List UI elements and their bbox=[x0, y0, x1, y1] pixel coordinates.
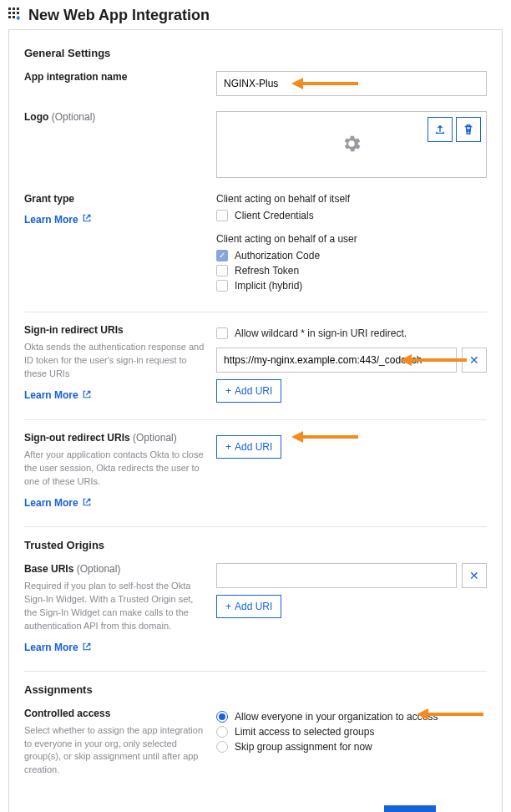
checkbox-icon bbox=[216, 280, 228, 292]
label-signin-uris: Sign-in redirect URIs bbox=[24, 324, 124, 336]
access-everyone[interactable]: Allow everyone in your organization to a… bbox=[216, 711, 487, 723]
helper-base-uris: Required if you plan to self-host the Ok… bbox=[24, 580, 206, 633]
delete-logo-button[interactable] bbox=[456, 117, 481, 142]
save-button[interactable]: Save bbox=[384, 805, 436, 812]
logo-preview-box bbox=[216, 111, 487, 178]
grant-user-head: Client acting on behalf of a user bbox=[216, 233, 487, 245]
svg-rect-7 bbox=[13, 16, 15, 18]
svg-rect-0 bbox=[8, 8, 11, 10]
grant-refresh-token[interactable]: Refresh Token bbox=[216, 265, 487, 277]
external-link-icon bbox=[82, 642, 92, 654]
section-general: General Settings bbox=[24, 47, 487, 59]
signout-optional: (Optional) bbox=[133, 432, 177, 444]
plus-icon: + bbox=[225, 601, 231, 612]
svg-rect-9 bbox=[17, 18, 21, 19]
label-grant-type: Grant type bbox=[24, 193, 74, 205]
svg-rect-3 bbox=[8, 12, 11, 14]
learn-more-signout[interactable]: Learn More bbox=[24, 497, 92, 510]
gear-icon bbox=[341, 133, 362, 157]
add-base-uri-button[interactable]: + Add URI bbox=[216, 595, 281, 618]
checkbox-icon bbox=[216, 265, 228, 277]
access-skip[interactable]: Skip group assignment for now bbox=[216, 741, 487, 753]
upload-logo-button[interactable] bbox=[428, 117, 453, 142]
base-uris-optional: (Optional) bbox=[77, 563, 121, 575]
learn-more-base-uris[interactable]: Learn More bbox=[24, 642, 92, 654]
helper-signout: After your application contacts Okta to … bbox=[24, 449, 206, 489]
external-link-icon bbox=[82, 213, 92, 226]
label-signout-uris: Sign-out redirect URIs bbox=[24, 432, 130, 444]
access-limit[interactable]: Limit access to selected groups bbox=[216, 726, 487, 738]
radio-icon bbox=[216, 726, 228, 738]
page-title: New Web App Integration bbox=[28, 7, 210, 24]
svg-rect-4 bbox=[13, 12, 15, 14]
svg-rect-5 bbox=[17, 12, 19, 14]
section-trusted-origins: Trusted Origins bbox=[24, 539, 487, 551]
settings-panel: General Settings App integration name Lo… bbox=[8, 29, 503, 812]
helper-signin: Okta sends the authentication response a… bbox=[24, 341, 206, 381]
grant-client-credentials[interactable]: Client Credentials bbox=[216, 210, 487, 221]
remove-base-uri-button[interactable]: ✕ bbox=[462, 563, 487, 588]
app-name-input[interactable] bbox=[216, 71, 487, 96]
logo-optional: (Optional) bbox=[52, 111, 96, 123]
label-logo: Logo bbox=[24, 111, 48, 123]
section-assignments: Assignments bbox=[24, 683, 487, 696]
external-link-icon bbox=[82, 389, 92, 402]
grant-auth-code[interactable]: Authorization Code bbox=[216, 250, 487, 261]
grant-implicit[interactable]: Implicit (hybrid) bbox=[216, 280, 487, 292]
label-app-name: App integration name bbox=[24, 71, 127, 83]
radio-icon bbox=[216, 741, 228, 753]
checkbox-checked-icon bbox=[216, 250, 228, 261]
plus-icon: + bbox=[225, 441, 231, 453]
grant-self-head: Client acting on behalf of itself bbox=[216, 193, 487, 205]
learn-more-grant[interactable]: Learn More bbox=[24, 213, 92, 226]
apps-grid-icon bbox=[8, 8, 22, 23]
label-controlled-access: Controlled access bbox=[24, 708, 110, 719]
plus-icon: + bbox=[225, 385, 231, 397]
radio-selected-icon bbox=[216, 711, 228, 723]
svg-rect-2 bbox=[17, 8, 19, 10]
svg-rect-1 bbox=[13, 8, 15, 10]
base-uri-input[interactable] bbox=[216, 563, 457, 588]
learn-more-signin[interactable]: Learn More bbox=[24, 389, 92, 402]
svg-rect-6 bbox=[8, 16, 11, 18]
external-link-icon bbox=[82, 497, 92, 510]
label-base-uris: Base URIs bbox=[24, 563, 73, 575]
allow-wildcard[interactable]: Allow wildcard * in sign-in URI redirect… bbox=[216, 327, 487, 339]
add-signin-uri-button[interactable]: + Add URI bbox=[216, 379, 281, 403]
helper-controlled-access: Select whether to assign the app integra… bbox=[24, 724, 206, 778]
checkbox-icon bbox=[216, 327, 228, 339]
signin-uri-input[interactable] bbox=[216, 348, 457, 373]
remove-signin-uri-button[interactable]: ✕ bbox=[462, 348, 487, 373]
checkbox-icon bbox=[216, 210, 228, 221]
add-signout-uri-button[interactable]: + Add URI bbox=[216, 435, 281, 459]
